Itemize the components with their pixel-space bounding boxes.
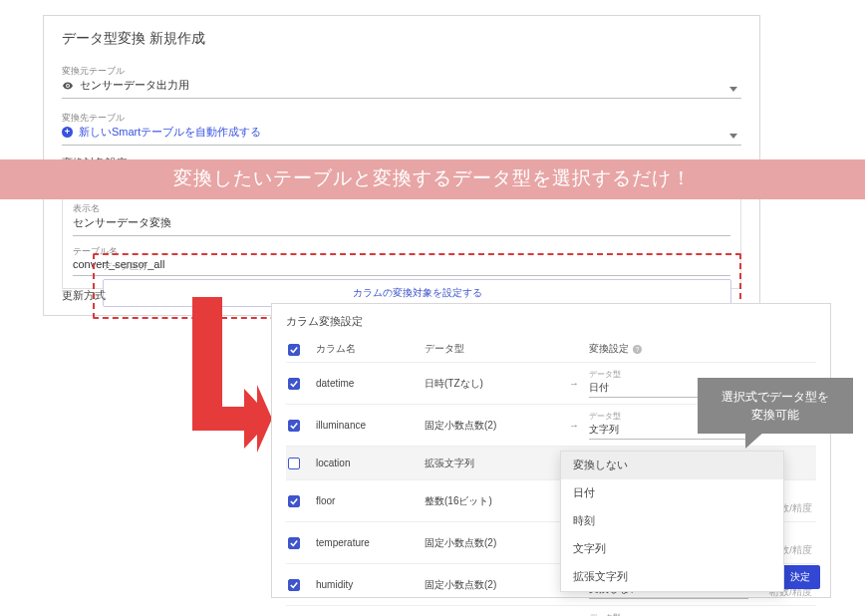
display-name-value: センサーデータ変換 <box>73 215 730 230</box>
overlay-banner: 変換したいテーブルと変換するデータ型を選択するだけ！ <box>0 159 865 199</box>
column-name: location <box>316 458 421 468</box>
red-arrow-icon <box>177 297 272 466</box>
dest-table-label: 変換先テーブル <box>62 113 741 125</box>
eye-icon <box>62 80 74 92</box>
plus-icon: + <box>62 127 73 138</box>
display-name-label: 表示名 <box>73 203 730 215</box>
tooltip-line2: 変換可能 <box>704 406 847 424</box>
column-type: 整数(16ビット) <box>425 494 559 508</box>
conversion-value: 日付 <box>589 381 609 395</box>
dest-table-value: + 新しいSmartテーブルを自動作成する <box>62 125 741 140</box>
help-icon[interactable]: ? <box>633 345 642 354</box>
row-checkbox[interactable] <box>288 420 300 432</box>
row-checkbox[interactable] <box>288 458 300 469</box>
select-all-checkbox[interactable] <box>288 344 300 356</box>
tooltip-callout: 選択式でデータ型を 変換可能 <box>698 378 853 434</box>
hdr-data-type: データ型 <box>425 343 559 356</box>
conversion-cell[interactable]: データ型変換しない桁数/精度 <box>589 612 814 616</box>
column-settings-title: カラム変換設定 <box>286 314 816 329</box>
svg-rect-2 <box>192 407 244 431</box>
dropdown-item[interactable]: 変換しない <box>561 452 783 479</box>
dropdown-item[interactable]: 日付 <box>561 479 783 507</box>
dropdown-item[interactable]: 文字列 <box>561 535 783 563</box>
type-dropdown-menu: 変換しない日付時刻文字列拡張文字列 <box>560 451 784 592</box>
column-type: 固定小数点数(2) <box>425 578 559 592</box>
table-row: air_pressure固定小数点数(2)→データ型変換しない桁数/精度 <box>286 605 816 616</box>
arrow-right-icon: → <box>563 378 585 389</box>
conversion-value: 文字列 <box>589 423 619 437</box>
conversion-type-label: データ型 <box>589 612 748 616</box>
column-table-header: カラム名 データ型 変換設定 ? <box>286 337 816 362</box>
column-name: floor <box>316 495 421 506</box>
svg-point-0 <box>67 85 69 87</box>
hdr-conversion-text: 変換設定 <box>589 343 629 356</box>
arrow-right-icon: → <box>563 420 585 431</box>
column-type: 固定小数点数(2) <box>425 536 559 550</box>
hdr-conversion: 変換設定 ? <box>589 343 814 356</box>
page-title: データ型変換 新規作成 <box>62 30 741 48</box>
row-checkbox[interactable] <box>288 378 300 390</box>
data-type-label: データ区分 <box>103 261 731 273</box>
source-table-text: センサーデータ出力用 <box>80 78 189 93</box>
display-name-field[interactable]: 表示名 センサーデータ変換 <box>73 199 730 236</box>
dest-table-text: 新しいSmartテーブルを自動作成する <box>79 125 261 140</box>
dropdown-item[interactable]: 時刻 <box>561 507 783 535</box>
column-name: illuminance <box>316 420 421 431</box>
chevron-down-icon <box>729 87 737 92</box>
update-section-title: 更新方式 <box>62 288 106 303</box>
dest-table-field[interactable]: 変換先テーブル + 新しいSmartテーブルを自動作成する <box>62 109 741 146</box>
column-name: humidity <box>316 579 421 590</box>
row-checkbox[interactable] <box>288 537 300 549</box>
column-type: 日時(TZなし) <box>425 377 559 391</box>
source-table-field[interactable]: 変換元テーブル センサーデータ出力用 <box>62 62 741 99</box>
tooltip-line1: 選択式でデータ型を <box>704 388 847 406</box>
source-table-label: 変換元テーブル <box>62 66 741 78</box>
chevron-down-icon <box>729 134 737 139</box>
hdr-column-name: カラム名 <box>316 343 421 356</box>
column-name: temperature <box>316 537 421 548</box>
row-checkbox[interactable] <box>288 495 300 507</box>
row-checkbox[interactable] <box>288 579 300 591</box>
column-name: datetime <box>316 378 421 389</box>
source-table-value: センサーデータ出力用 <box>62 78 741 93</box>
ok-button[interactable]: 決定 <box>780 565 820 589</box>
column-type: 拡張文字列 <box>425 457 559 470</box>
column-type: 固定小数点数(2) <box>425 419 559 433</box>
dropdown-item[interactable]: 拡張文字列 <box>561 563 783 591</box>
